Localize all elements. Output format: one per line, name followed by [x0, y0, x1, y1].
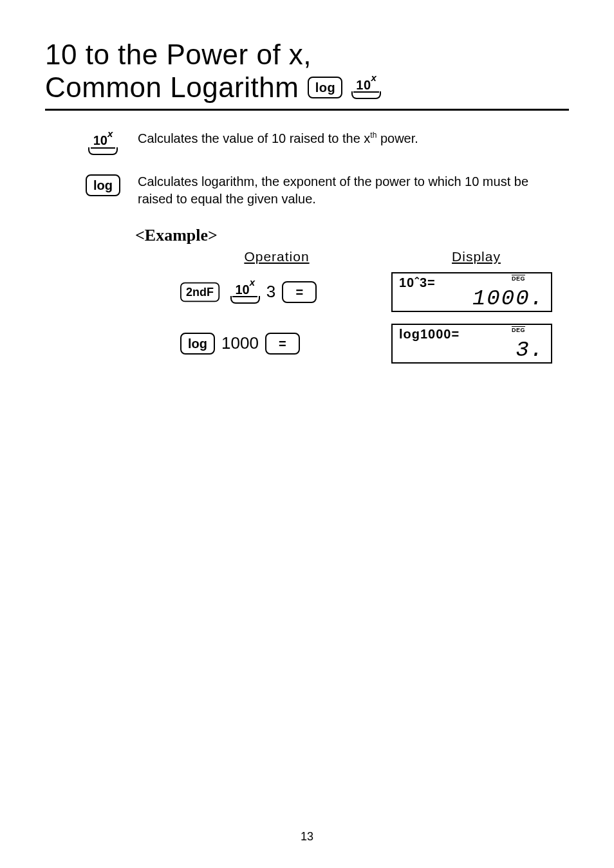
ten-to-x-key-icon: 10x [351, 76, 381, 100]
key-body-icon [351, 91, 381, 99]
equals-key-icon: = [282, 281, 317, 303]
description-text: Calculates the value of 10 raised to the… [138, 130, 418, 147]
description-ten-to-x: 10x Calculates the value of 10 raised to… [84, 130, 569, 155]
typed-number: 1000 [221, 333, 259, 353]
description-log: log Calculates logarithm, the exponent o… [84, 173, 569, 208]
description-text: Calculates logarithm, the exponent of th… [138, 173, 550, 208]
second-function-key-icon: 2ndF [180, 282, 219, 302]
calculator-display: DEG log1000= 3. [391, 324, 552, 364]
title-line-2: Common Logarithm log 10x [45, 71, 569, 104]
column-header-operation: Operation [187, 249, 367, 264]
operation-sequence: log 1000 = [180, 333, 360, 355]
ten-to-x-label: 10x [91, 131, 116, 149]
ten-to-x-label: 10x [353, 76, 379, 93]
column-header-display: Display [393, 249, 560, 264]
display-result: 1000. [472, 286, 544, 311]
display-result: 3. [516, 338, 544, 362]
ten-to-x-key-icon: 10x [88, 131, 118, 155]
log-key-icon: log [180, 333, 215, 355]
display-mode-indicator: DEG [512, 275, 525, 282]
manual-page: 10 to the Power of x, Common Logarithm l… [0, 0, 614, 868]
page-number: 13 [0, 830, 614, 844]
operation-sequence: 2ndF 10x 3 = [180, 281, 360, 304]
ten-to-x-label: 10x [232, 281, 257, 298]
log-key-icon: log [308, 77, 342, 98]
example-column-headers: Operation Display [187, 249, 569, 264]
key-body-icon [88, 147, 118, 155]
example-heading: <Example> [135, 226, 569, 245]
display-mode-indicator: DEG [512, 326, 525, 333]
equals-key-icon: = [265, 333, 300, 355]
title-line-2-text: Common Logarithm [45, 71, 299, 104]
typed-number: 3 [266, 282, 275, 302]
calculator-display: DEG 10ˆ3= 1000. [391, 272, 552, 312]
title-divider [45, 109, 569, 111]
title-line-1: 10 to the Power of x, [45, 39, 569, 71]
key-body-icon [230, 296, 260, 304]
log-key-icon: log [86, 174, 120, 196]
example-row: log 1000 = DEG log1000= 3. [180, 324, 569, 364]
page-title: 10 to the Power of x, Common Logarithm l… [45, 39, 569, 104]
example-row: 2ndF 10x 3 = DEG 10ˆ3= 1000. [180, 272, 569, 312]
ten-to-x-key-icon: 10x [230, 281, 260, 304]
